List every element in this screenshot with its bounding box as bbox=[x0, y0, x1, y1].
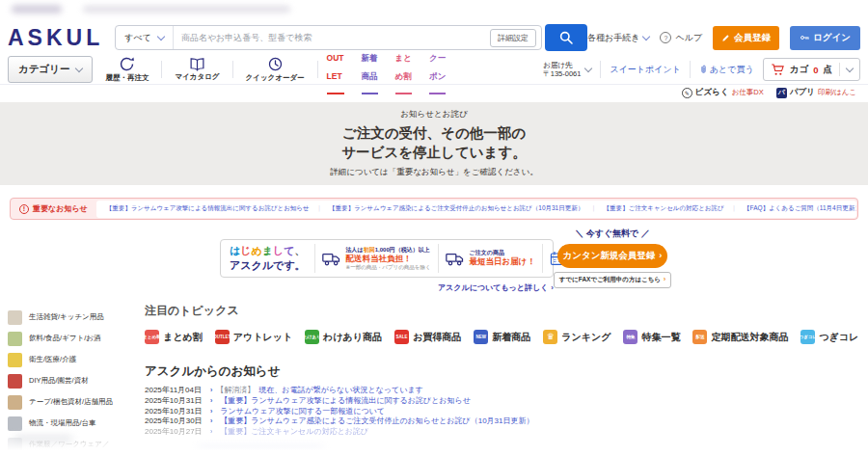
sidebar-category[interactable]: 飲料/食品/ギフト/お酒 bbox=[8, 328, 139, 349]
sidebar-category[interactable]: テープ/梱包資材/店舗用品 bbox=[8, 391, 139, 413]
sidebar-category[interactable]: 生活雑貨/キッチン用品 bbox=[8, 307, 139, 328]
category-thumbnail bbox=[8, 374, 22, 389]
nav-my-catalog[interactable]: マイカタログ bbox=[162, 57, 231, 82]
notice-link[interactable]: 【重要】ご注文キャンセルの対応とお詫び bbox=[583, 204, 723, 213]
topic-link[interactable]: 配送 定期配送対象商品 bbox=[692, 330, 788, 344]
notice-link[interactable]: 【FAQ】よくあるご質問（11月4日更新） bbox=[724, 204, 856, 213]
browser-chrome bbox=[0, 0, 868, 19]
news-link[interactable]: 現在、お電話が繋がらない状況となっています bbox=[258, 386, 422, 396]
promo-link[interactable]: OUT LET bbox=[327, 44, 344, 94]
chevron-down-icon bbox=[584, 64, 592, 71]
topic-icon: わけあり bbox=[305, 330, 319, 344]
cart-button[interactable]: カゴ 0 点 bbox=[763, 58, 860, 81]
login-button[interactable]: ログイン bbox=[790, 26, 860, 50]
exclamation-icon bbox=[19, 204, 29, 214]
topic-link[interactable]: OUTLET アウトレット bbox=[215, 330, 292, 344]
promo-link[interactable]: クー ポン bbox=[429, 44, 446, 94]
promo-link[interactable]: まと め割 bbox=[395, 44, 412, 94]
news-date: 2025年11月04日 bbox=[145, 386, 206, 396]
brand-char: め bbox=[252, 245, 262, 256]
sidebar-category[interactable]: 衛生/医療/介護 bbox=[8, 349, 139, 370]
category-thumbnail bbox=[8, 416, 22, 431]
topic-link[interactable]: ♛ ランキング bbox=[543, 330, 610, 344]
register-button[interactable]: 会員登録 bbox=[713, 26, 779, 50]
topic-icon: まとめ割 bbox=[145, 330, 159, 344]
brand-line2: アスクルです。 bbox=[230, 258, 306, 273]
notice-link[interactable]: 【重要】ランサムウェア感染によるご注文受付停止のお知らせとお詫び（10月31日更… bbox=[310, 204, 584, 213]
category-label: 物流・現場用品/台車 bbox=[29, 418, 96, 428]
category-thumbnail bbox=[8, 332, 22, 346]
bizraku-sub: お仕事DX bbox=[732, 88, 764, 97]
chevron-right-icon: › bbox=[210, 396, 212, 407]
sidebar-category[interactable]: 物流・現場用品/台車 bbox=[8, 413, 139, 434]
bizraku-link[interactable]: ✎ ビズらく お仕事DX bbox=[682, 87, 764, 98]
signup-cta-button[interactable]: カンタン新規会員登録 bbox=[557, 244, 667, 268]
topic-icon: SALE bbox=[394, 330, 409, 344]
news-link[interactable]: 【重要】ランサムウェア攻撃による情報流出に関するお詫びとお知らせ bbox=[220, 396, 471, 407]
help-link[interactable]: ? ヘルプ bbox=[660, 32, 702, 44]
blurred-artifact bbox=[198, 447, 323, 455]
feature-line1: ご注文の商品 bbox=[470, 250, 535, 257]
search-scope-select[interactable]: すべて bbox=[116, 26, 174, 49]
search-input[interactable] bbox=[174, 33, 490, 42]
feature-line2: 配送料当社負担！ bbox=[346, 254, 431, 264]
buy-later-link[interactable]: あとで買う bbox=[699, 64, 754, 76]
topic-link[interactable]: 特集 特集一覧 bbox=[623, 330, 680, 344]
blurred-address-bar bbox=[83, 6, 290, 13]
brand-char: は bbox=[230, 245, 240, 256]
category-menu-button[interactable]: カテゴリー bbox=[8, 56, 93, 83]
topic-link[interactable]: SALE お買得商品 bbox=[394, 330, 461, 344]
category-label: カテゴリー bbox=[18, 63, 69, 76]
news-row: 2025年10月27日 › 【重要】ご注文キャンセルの対応とお詫び bbox=[145, 427, 860, 438]
category-thumbnail bbox=[8, 353, 22, 367]
brand-char: ま bbox=[262, 245, 273, 256]
topic-label: まとめ割 bbox=[163, 331, 203, 344]
topic-label: ランキング bbox=[561, 331, 610, 344]
promo-line1: まと bbox=[395, 54, 412, 64]
bizraku-label: ビズらく bbox=[695, 87, 729, 98]
news-date: 2025年10月31日 bbox=[145, 396, 206, 407]
chevron-right-icon: › bbox=[210, 416, 212, 427]
search-button[interactable] bbox=[545, 24, 587, 51]
notice-link[interactable]: 【重要】ランサムウェア攻撃による情報流出に関するお詫びとお知らせ bbox=[106, 204, 310, 213]
delivery-address-selector[interactable]: お届け先 〒135-0061 bbox=[543, 61, 591, 79]
topic-link[interactable]: つぎコレ つぎコレ bbox=[800, 330, 858, 344]
chevron-down-icon bbox=[642, 32, 650, 40]
promo-link[interactable]: 新着 商品 bbox=[362, 44, 378, 94]
news-date: 2025年10月31日 bbox=[145, 407, 206, 417]
about-askul-link[interactable]: アスクルについてもっと詳しく bbox=[220, 282, 554, 293]
news-link[interactable]: 【重要】ランサムウェア感染によるご注文受付停止のお知らせとお詫び（10月31日更… bbox=[220, 416, 533, 427]
topic-link[interactable]: NEW 新着商品 bbox=[474, 330, 530, 344]
promo-line2: LET bbox=[327, 72, 344, 82]
feature-icon bbox=[322, 252, 341, 266]
topic-link[interactable]: わけあり わけあり商品 bbox=[305, 330, 382, 344]
intro-banner[interactable]: はじめまして、 アスクルです。 法人は初回1,000円（税込）以上 配送料当社負… bbox=[220, 239, 554, 278]
advanced-settings-button[interactable]: 詳細設定 bbox=[490, 29, 536, 47]
main-nav: カテゴリー 履歴・再注文 マイカタログ クイックオーダー bbox=[0, 55, 868, 85]
fax-user-button[interactable]: すでにFAXでご利用中の方はこちら bbox=[554, 272, 671, 288]
sidebar-category[interactable]: DIY用品/園芸/資材 bbox=[8, 370, 139, 391]
sweet-point-link[interactable]: スイートポイント bbox=[610, 64, 680, 76]
help-icon: ? bbox=[660, 32, 671, 43]
promo-line1: クー bbox=[429, 54, 446, 64]
procedures-menu[interactable]: 各種お手続き bbox=[587, 32, 649, 44]
promo-line2: ポン bbox=[429, 72, 446, 82]
login-label: ログイン bbox=[813, 32, 851, 44]
category-thumbnail bbox=[8, 395, 22, 410]
alert-title-line1: ご注文の受付、その他一部の bbox=[341, 123, 527, 143]
nav-history-label: 履歴・再注文 bbox=[105, 73, 149, 83]
news-link[interactable]: 【重要】ご注文キャンセルの対応とお詫び bbox=[220, 427, 368, 438]
topic-link[interactable]: まとめ割 まとめ割 bbox=[145, 330, 203, 344]
news-date: 2025年10月30日 bbox=[145, 416, 206, 427]
procedures-label: 各種お手続き bbox=[587, 32, 639, 44]
help-label: ヘルプ bbox=[675, 32, 702, 44]
askul-logo[interactable]: ASKUL bbox=[8, 25, 103, 51]
paperclip-icon bbox=[699, 64, 708, 75]
promo-line2: 商品 bbox=[362, 72, 378, 82]
news-link[interactable]: ランサムウェア攻撃に関する一部報道について bbox=[220, 407, 385, 417]
nav-quick-order[interactable]: クイックオーダー bbox=[233, 56, 317, 83]
important-notice-bar: 重要なお知らせ 【重要】ランサムウェア攻撃による情報流出に関するお詫びとお知らせ… bbox=[10, 198, 858, 220]
nav-history-reorder[interactable]: 履歴・再注文 bbox=[93, 56, 161, 83]
header-right: 各種お手続き ? ヘルプ 会員登録 ログイン bbox=[587, 26, 860, 50]
papuri-link[interactable]: パ パプリ 印刷/はんこ bbox=[776, 87, 856, 98]
